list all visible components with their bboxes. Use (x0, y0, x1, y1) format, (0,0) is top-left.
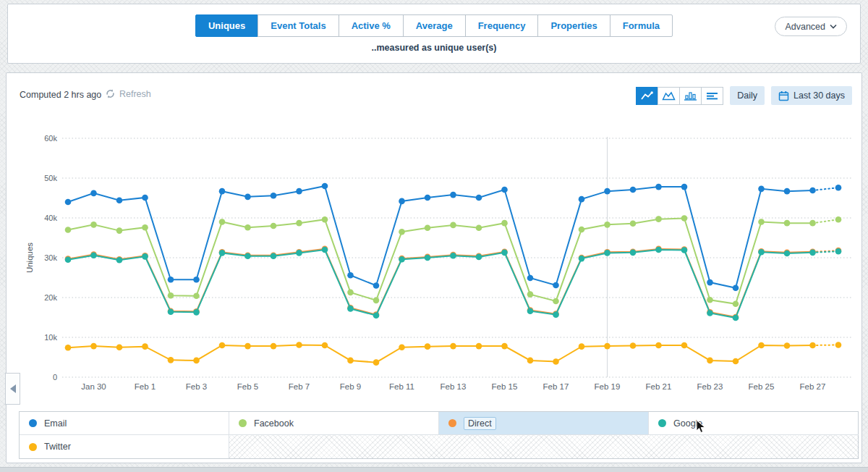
data-point-twitter[interactable] (450, 343, 456, 350)
data-point-email[interactable] (630, 187, 637, 193)
data-point-google[interactable] (347, 305, 354, 312)
data-point-email[interactable] (90, 190, 97, 197)
data-point-facebook[interactable] (296, 220, 302, 227)
tab-properties[interactable]: Properties (537, 14, 610, 37)
data-point-google[interactable] (681, 247, 688, 253)
collapse-panel-button[interactable] (5, 373, 20, 405)
data-point-facebook[interactable] (65, 227, 72, 233)
data-point-twitter[interactable] (527, 358, 534, 364)
data-point-twitter[interactable] (168, 357, 174, 363)
data-point-facebook[interactable] (322, 216, 328, 223)
data-point-email[interactable] (116, 198, 123, 204)
data-point-google[interactable] (322, 247, 328, 253)
data-point-email[interactable] (65, 199, 72, 206)
data-point-facebook[interactable] (579, 227, 585, 233)
tab-average[interactable]: Average (403, 14, 466, 37)
data-point-google[interactable] (116, 257, 123, 264)
data-point-google[interactable] (425, 255, 431, 261)
data-point-email[interactable] (707, 279, 713, 286)
legend-item-twitter[interactable]: Twitter (20, 435, 229, 458)
data-point-email[interactable] (425, 195, 431, 201)
data-point-email[interactable] (553, 282, 559, 289)
data-point-facebook[interactable] (784, 220, 791, 227)
data-point-facebook[interactable] (193, 293, 200, 300)
data-point-twitter[interactable] (322, 342, 328, 349)
data-point-facebook[interactable] (809, 220, 816, 227)
legend-item-google[interactable]: Google (649, 412, 859, 435)
data-point-google[interactable] (630, 250, 637, 256)
data-point-email[interactable] (835, 185, 842, 191)
data-point-google[interactable] (501, 250, 508, 256)
data-point-facebook[interactable] (655, 216, 662, 222)
data-point-twitter[interactable] (835, 342, 842, 348)
data-point-email[interactable] (219, 188, 226, 195)
data-point-twitter[interactable] (90, 343, 97, 350)
data-point-google[interactable] (296, 250, 302, 256)
data-point-email[interactable] (784, 188, 791, 195)
data-point-twitter[interactable] (271, 343, 277, 350)
data-point-email[interactable] (142, 195, 148, 201)
tab-uniques[interactable]: Uniques (195, 14, 258, 37)
data-point-email[interactable] (347, 272, 354, 279)
data-point-facebook[interactable] (399, 229, 405, 235)
data-point-email[interactable] (501, 187, 508, 193)
data-point-email[interactable] (527, 275, 534, 282)
data-point-google[interactable] (655, 247, 662, 253)
tab-active-[interactable]: Active % (339, 14, 404, 37)
data-point-google[interactable] (271, 253, 277, 260)
data-point-google[interactable] (399, 256, 405, 263)
data-point-google[interactable] (168, 309, 174, 316)
data-point-google[interactable] (579, 256, 585, 262)
data-point-email[interactable] (168, 277, 174, 283)
data-point-email[interactable] (450, 192, 456, 198)
data-point-twitter[interactable] (579, 343, 585, 350)
data-point-google[interactable] (193, 309, 200, 316)
data-point-email[interactable] (655, 184, 662, 190)
data-point-email[interactable] (271, 193, 277, 199)
data-point-google[interactable] (809, 250, 816, 256)
data-point-twitter[interactable] (296, 342, 302, 348)
data-point-google[interactable] (758, 249, 765, 256)
data-point-twitter[interactable] (553, 358, 559, 365)
data-point-twitter[interactable] (707, 358, 713, 364)
data-point-facebook[interactable] (168, 292, 174, 299)
data-point-google[interactable] (373, 312, 380, 319)
data-point-google[interactable] (476, 254, 482, 261)
data-point-email[interactable] (399, 198, 405, 205)
data-point-email[interactable] (244, 194, 251, 201)
data-point-twitter[interactable] (655, 342, 662, 349)
data-point-facebook[interactable] (527, 291, 534, 298)
data-point-facebook[interactable] (707, 297, 713, 303)
data-point-email[interactable] (296, 188, 302, 195)
data-point-google[interactable] (65, 256, 72, 263)
data-point-email[interactable] (604, 188, 610, 195)
data-point-google[interactable] (707, 310, 713, 316)
data-point-facebook[interactable] (501, 220, 508, 227)
data-point-facebook[interactable] (553, 298, 559, 305)
data-point-email[interactable] (809, 187, 816, 194)
tab-event-totals[interactable]: Event Totals (258, 14, 339, 37)
data-point-email[interactable] (758, 186, 765, 193)
data-point-google[interactable] (219, 250, 226, 256)
data-point-google[interactable] (784, 250, 791, 257)
data-point-twitter[interactable] (219, 342, 226, 349)
data-point-twitter[interactable] (809, 342, 816, 349)
data-point-facebook[interactable] (219, 219, 226, 225)
data-point-twitter[interactable] (399, 344, 405, 350)
data-point-twitter[interactable] (681, 342, 688, 349)
data-point-twitter[interactable] (758, 342, 765, 349)
bottom-scrollbar[interactable] (0, 467, 868, 472)
data-point-twitter[interactable] (142, 343, 148, 350)
data-point-google[interactable] (527, 308, 534, 314)
data-point-email[interactable] (373, 282, 380, 289)
data-point-google[interactable] (835, 248, 842, 255)
data-point-facebook[interactable] (681, 215, 688, 222)
data-point-email[interactable] (476, 195, 482, 201)
data-point-facebook[interactable] (450, 222, 456, 229)
data-point-facebook[interactable] (476, 224, 482, 231)
data-point-facebook[interactable] (758, 219, 765, 225)
data-point-email[interactable] (322, 183, 328, 190)
data-point-email[interactable] (733, 285, 739, 292)
data-point-twitter[interactable] (604, 343, 610, 350)
data-point-email[interactable] (193, 277, 200, 283)
